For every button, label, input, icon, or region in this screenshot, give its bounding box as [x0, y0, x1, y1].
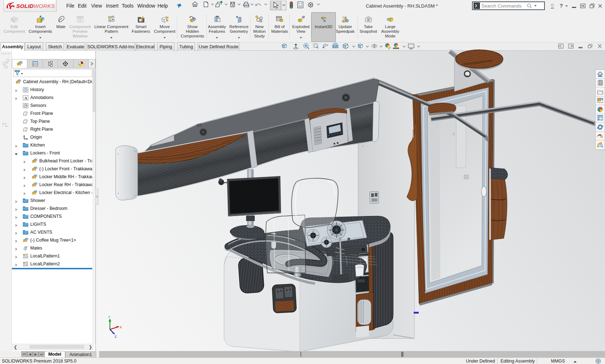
svg-text:Y: Y [108, 315, 110, 319]
svg-text:Z: Z [115, 335, 117, 338]
svg-text:X: X [120, 325, 122, 329]
